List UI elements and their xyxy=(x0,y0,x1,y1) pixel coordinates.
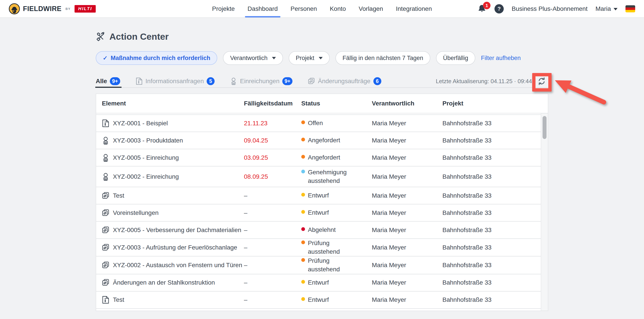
brand-by: BY xyxy=(66,7,70,10)
tab-alle[interactable]: Alle9+ xyxy=(96,75,120,87)
tab-count-badge: 9+ xyxy=(110,77,120,85)
responsible-cell: Maria Meyer xyxy=(372,262,442,269)
table-row[interactable]: Voreinstellungen–EntwurfMaria MeyerBahnh… xyxy=(96,204,541,222)
column-header-fälligkeitsdatum: Fälligkeitsdatum xyxy=(244,100,301,107)
column-header-verantwortlich: Verantwortlich xyxy=(372,100,442,107)
filter-row: ✓Maßnahme durch mich erforderlichVerantw… xyxy=(96,51,548,65)
filter-chip-verantwortlich[interactable]: Verantwortlich xyxy=(223,51,283,65)
brand[interactable]: FIELDWIRE BY HILTI xyxy=(9,3,96,14)
status-dot xyxy=(301,227,305,231)
element-cell: XYZ-0003 - Produktdaten xyxy=(96,136,244,144)
tab-label: Änderungsaufträge xyxy=(318,78,370,85)
nav-item-label: Integrationen xyxy=(396,5,432,12)
page-title-row: Action Center xyxy=(96,32,548,42)
responsible-cell: Maria Meyer xyxy=(372,120,442,127)
element-cell: XYZ-0001 - Beispiel xyxy=(96,119,244,127)
status-label: Angefordert xyxy=(308,153,340,162)
table-bottom-spacer xyxy=(96,309,541,310)
table-row[interactable]: Test–EntwurfMaria MeyerBahnhofstraße 33 xyxy=(96,292,541,309)
change-order-icon xyxy=(308,78,315,85)
column-header-element: Element xyxy=(96,100,244,107)
hammer-wrench-icon xyxy=(96,32,106,42)
status-cell: Entwurf xyxy=(301,208,372,217)
nav-item-label: Vorlagen xyxy=(358,5,383,12)
element-name: XYZ-0002 - Austausch von Fenstern und Tü… xyxy=(113,262,242,269)
table-row[interactable]: XYZ-0002 - Austausch von Fenstern und Tü… xyxy=(96,256,541,274)
element-name: XYZ-0001 - Beispiel xyxy=(113,120,168,127)
project-cell: Bahnhofstraße 33 xyxy=(442,226,541,234)
due-date-cell: – xyxy=(244,279,301,286)
filter-chip-label: Fällig in den nächsten 7 Tagen xyxy=(342,55,423,62)
table-row[interactable]: Test–EntwurfMaria MeyerBahnhofstraße 33 xyxy=(96,187,541,204)
change-order-icon xyxy=(102,192,110,200)
filter-chip-überfällig[interactable]: Überfällig xyxy=(436,51,475,65)
help-button[interactable]: ? xyxy=(494,4,504,14)
table-row[interactable]: XYZ-0001 - Beispiel21.11.23OffenMaria Me… xyxy=(96,115,541,132)
partial-row-sliver xyxy=(96,114,541,115)
nav-item-konto[interactable]: Konto xyxy=(330,0,346,18)
action-center-page: Action Center ✓Maßnahme durch mich erfor… xyxy=(96,32,548,311)
due-date-cell: – xyxy=(244,209,301,216)
element-cell: XYZ-0005 - Einreichung xyxy=(96,154,244,162)
element-cell: XYZ-0003 - Aufrüstung der Feuerlöschanla… xyxy=(96,244,244,252)
status-dot xyxy=(301,138,305,142)
element-name: Änderungen an der Stahlkonstruktion xyxy=(113,279,215,286)
status-label: Offen xyxy=(308,119,323,128)
element-name: XYZ-0005 - Verbesserung der Dachmaterial… xyxy=(113,226,241,234)
status-dot xyxy=(301,193,305,196)
tab-count-badge: 6 xyxy=(374,77,381,85)
project-cell: Bahnhofstraße 33 xyxy=(442,120,541,127)
nav-item-vorlagen[interactable]: Vorlagen xyxy=(358,0,383,18)
element-name: Test xyxy=(113,296,124,303)
filter-chip-maßnahme-durch-mich-erforderlich[interactable]: ✓Maßnahme durch mich erforderlich xyxy=(96,51,217,65)
status-label: Angefordert xyxy=(308,136,340,145)
tab-label: Informationsanfragen xyxy=(146,78,204,85)
table-row[interactable]: XYZ-0003 - Produktdaten09.04.25Angeforde… xyxy=(96,132,541,149)
table-row[interactable]: XYZ-0003 - Aufrüstung der Feuerlöschanla… xyxy=(96,239,541,256)
due-date-cell: – xyxy=(244,296,301,303)
tab-informationsanfragen[interactable]: Informationsanfragen5 xyxy=(136,75,215,87)
submittal-icon xyxy=(102,173,110,181)
refresh-button[interactable] xyxy=(535,74,548,88)
fieldwire-logo-icon xyxy=(9,3,20,14)
language-flag-german[interactable] xyxy=(626,5,635,12)
submittal-icon xyxy=(102,136,110,144)
nav-item-integrationen[interactable]: Integrationen xyxy=(396,0,432,18)
tab-label: Alle xyxy=(96,78,107,85)
nav-item-dashboard[interactable]: Dashboard xyxy=(248,0,278,18)
submittal-icon xyxy=(102,154,110,162)
table-row[interactable]: Änderungen an der Stahlkonstruktion–Entw… xyxy=(96,274,541,292)
due-date-cell: – xyxy=(244,192,301,199)
nav-right: 1 ? Business Plus-Abonnement Maria xyxy=(477,4,635,14)
scrollbar-thumb[interactable] xyxy=(542,116,546,139)
check-icon: ✓ xyxy=(103,55,108,62)
table-row[interactable]: XYZ-0002 - Einreichung08.09.25Genehmigun… xyxy=(96,166,541,187)
table-row[interactable]: XYZ-0005 - Einreichung03.09.25Angeforder… xyxy=(96,149,541,166)
status-dot xyxy=(301,210,305,214)
nav-item-projekte[interactable]: Projekte xyxy=(212,0,235,18)
table-scrollbar[interactable] xyxy=(541,114,548,310)
status-cell: Genehmigung ausstehend xyxy=(301,168,372,185)
tab-änderungsaufträge[interactable]: Änderungsaufträge6 xyxy=(308,75,381,87)
status-dot xyxy=(301,297,305,301)
status-cell: Angefordert xyxy=(301,153,372,162)
nav-item-label: Konto xyxy=(330,5,346,12)
notifications-button[interactable]: 1 xyxy=(477,4,486,14)
filter-chip-fällig-in-den-nächsten-7-tagen[interactable]: Fällig in den nächsten 7 Tagen xyxy=(336,51,430,65)
main-nav: ProjekteDashboardPersonenKontoVorlagenIn… xyxy=(212,0,432,18)
user-menu[interactable]: Maria xyxy=(596,5,618,12)
responsible-cell: Maria Meyer xyxy=(372,279,442,286)
project-cell: Bahnhofstraße 33 xyxy=(442,296,541,303)
tab-count-badge: 9+ xyxy=(282,77,292,85)
clear-filters-link[interactable]: Filter aufheben xyxy=(481,55,521,62)
nav-item-personen[interactable]: Personen xyxy=(290,0,317,18)
status-cell: Prüfung ausstehend xyxy=(301,256,372,274)
responsible-cell: Maria Meyer xyxy=(372,296,442,303)
due-date-cell: – xyxy=(244,262,301,269)
chevron-down-icon xyxy=(319,57,323,59)
table-row[interactable]: XYZ-0005 - Verbesserung der Dachmaterial… xyxy=(96,222,541,239)
filter-chip-projekt[interactable]: Projekt xyxy=(289,51,330,65)
project-cell: Bahnhofstraße 33 xyxy=(442,192,541,199)
status-cell: Offen xyxy=(301,119,372,128)
tab-einreichungen[interactable]: Einreichungen9+ xyxy=(230,75,292,87)
